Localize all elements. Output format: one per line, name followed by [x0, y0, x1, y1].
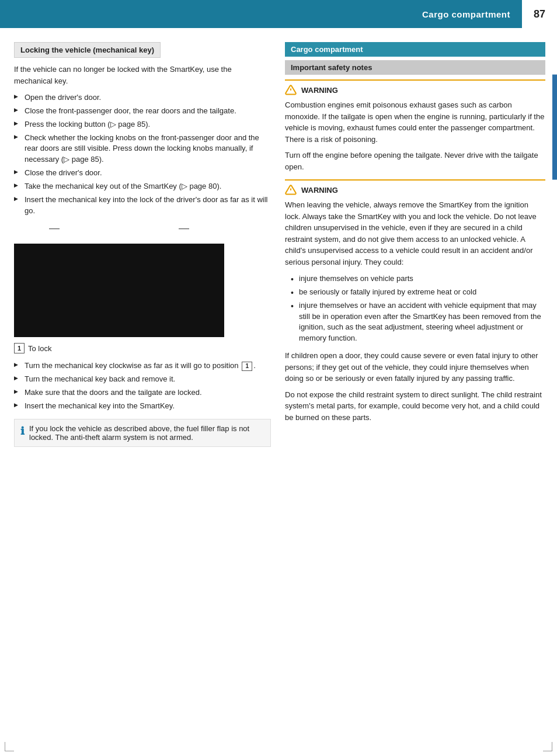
- top-header: Cargo compartment 87: [0, 0, 557, 28]
- main-layout: Locking the vehicle (mechanical key) If …: [0, 28, 557, 461]
- list-item: injure themselves on vehicle parts: [291, 272, 545, 286]
- info-text: If you lock the vehicle as described abo…: [29, 424, 264, 442]
- list-item: Turn the mechanical key back and remove …: [14, 373, 271, 386]
- lock-number-box: 1: [14, 343, 25, 353]
- warning-box-1: WARNING Combustion engines emit poisonou…: [285, 79, 545, 172]
- page-number-box: 87: [522, 0, 557, 28]
- list-item: Insert the mechanical key into the Smart…: [14, 400, 271, 413]
- image-dashes: — —: [14, 222, 224, 234]
- warning-label-2: WARNING: [301, 186, 338, 195]
- info-icon: ℹ: [20, 425, 25, 442]
- warning1-para1: Combustion engines emit poisonous exhaus…: [285, 99, 545, 145]
- warning-box-2: WARNING When leaving the vehicle, always…: [285, 179, 545, 423]
- inline-num-box: 1: [242, 362, 252, 371]
- warning-label-1: WARNING: [301, 86, 338, 95]
- left-intro: If the vehicle can no longer be locked w…: [14, 64, 271, 86]
- page-number: 87: [534, 8, 545, 20]
- warning2-para3: Do not expose the child restraint system…: [285, 389, 545, 424]
- list-item: Press the locking button (▷ page 85).: [14, 118, 271, 131]
- list-item: be seriously or fatally injured by extre…: [291, 286, 545, 299]
- warning-title-2: WARNING: [285, 184, 545, 196]
- vehicle-image: [14, 244, 224, 337]
- list-item: Close the front-passenger door, the rear…: [14, 105, 271, 118]
- list-item: Open the driver's door.: [14, 91, 271, 105]
- side-tab: Opening and closing: [552, 75, 557, 180]
- after-image-steps: Turn the mechanical key clockwise as far…: [14, 359, 271, 412]
- list-item: Check whether the locking knobs on the f…: [14, 131, 271, 167]
- corner-mark-bl: [5, 742, 14, 751]
- left-steps-list: Open the driver's door. Close the front-…: [14, 91, 271, 217]
- warning-title-1: WARNING: [285, 84, 545, 96]
- left-column: Locking the vehicle (mechanical key) If …: [14, 42, 271, 447]
- list-item: injure themselves or have an accident wi…: [291, 299, 545, 345]
- corner-mark-br: [543, 742, 552, 751]
- warning-triangle-icon: [285, 84, 297, 96]
- right-main-title: Cargo compartment: [285, 42, 545, 57]
- info-box: ℹ If you lock the vehicle as described a…: [14, 419, 271, 447]
- list-item: Close the driver's door.: [14, 167, 271, 180]
- lock-label-text: To lock: [28, 344, 51, 353]
- list-item: Take the mechanical key out of the Smart…: [14, 180, 271, 193]
- warning2-para1: When leaving the vehicle, always remove …: [285, 199, 545, 268]
- warning2-dot-list: injure themselves on vehicle parts be se…: [291, 272, 545, 345]
- header-title: Cargo compartment: [422, 9, 510, 19]
- list-item: Turn the mechanical key clockwise as far…: [14, 359, 271, 373]
- warning1-para2: Turn off the engine before opening the t…: [285, 150, 545, 172]
- warning-triangle-icon-2: [285, 184, 297, 196]
- list-item: Make sure that the doors and the tailgat…: [14, 386, 271, 400]
- list-item: Insert the mechanical key into the lock …: [14, 193, 271, 218]
- right-column: Cargo compartment Important safety notes…: [285, 42, 545, 447]
- right-sub-title: Important safety notes: [285, 60, 545, 75]
- warning2-para2: If children open a door, they could caus…: [285, 350, 545, 384]
- left-section-title: Locking the vehicle (mechanical key): [14, 42, 161, 58]
- lock-label: 1 To lock: [14, 343, 271, 353]
